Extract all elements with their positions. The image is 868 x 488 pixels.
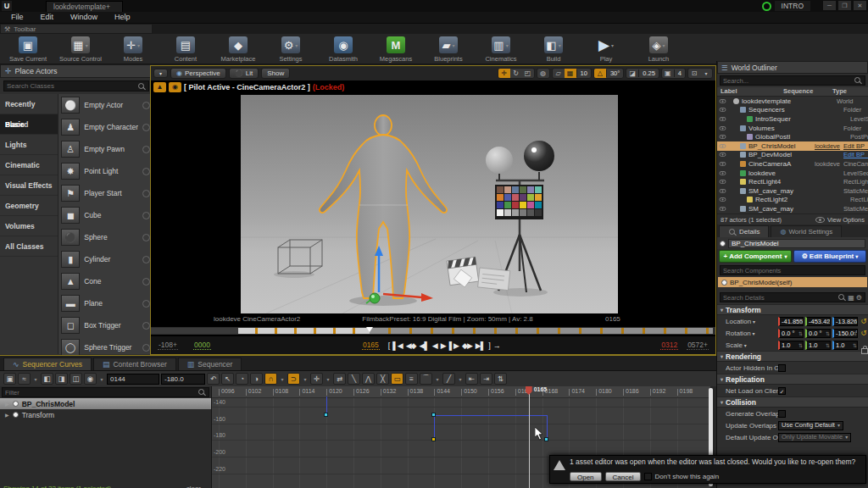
curve-toolbar-icon[interactable]: ≡ [405, 373, 418, 385]
outliner-row[interactable]: GlobalPostI PostProc [717, 132, 868, 141]
z-value-field[interactable]: 1.0 [832, 341, 858, 350]
expander-icon[interactable]: ▶ [5, 401, 9, 407]
toolbar-button[interactable]: ⚙ Settings [264, 36, 317, 63]
transport-control-icon[interactable]: → [493, 341, 500, 350]
outliner-row[interactable]: CineCameraA lookdeve CineCam [717, 159, 868, 169]
y-value-field[interactable]: 0.0 ° [805, 329, 831, 338]
curve-toolbar-icon[interactable]: ▣ [3, 373, 16, 385]
curve-toolbar-icon[interactable]: ▾ [32, 373, 39, 385]
curve-toolbar-icon[interactable]: ⇄ [333, 373, 346, 385]
chevron-down-icon[interactable]: ▾ [700, 68, 712, 79]
visibility-eye-icon[interactable] [720, 117, 726, 121]
tab-world-settings[interactable]: ◍World Settings [771, 225, 842, 237]
actor-list-item[interactable]: ▮ Cylinder [58, 248, 153, 270]
category-item[interactable]: All Classes [0, 236, 58, 257]
toolbar-tab[interactable]: ⚒ Toolbar [0, 24, 153, 34]
curve-toolbar-icon[interactable]: ◧ [41, 373, 53, 385]
keyframe[interactable] [324, 413, 328, 417]
lit-button[interactable]: ⚫Lit [229, 68, 259, 79]
visibility-eye-icon[interactable] [720, 180, 726, 184]
perspective-button[interactable]: ◉Perspective [170, 68, 226, 79]
outliner-row[interactable]: SM_cave_may StaticMe [717, 186, 868, 196]
current-time-field[interactable] [107, 374, 159, 385]
toolbar-button[interactable]: ▰ Blueprints [422, 36, 475, 63]
place-actors-header[interactable]: ✛ Place Actors [0, 64, 153, 78]
transport-control-icon[interactable]: ▌▶ [449, 341, 459, 350]
add-component-button[interactable]: + Add Component▾ [719, 250, 792, 263]
toolbar-button[interactable]: ◆ Marketplace [212, 36, 264, 63]
outliner-row[interactable]: lookdeve LevelSeq [717, 169, 868, 178]
menu-item[interactable]: File [3, 12, 31, 23]
curve-toolbar-icon[interactable]: ▾ [302, 373, 309, 385]
keyframe[interactable] [431, 413, 436, 417]
curve-toolbar-icon[interactable]: ▾ [434, 373, 441, 385]
toolbar-button[interactable]: ▤ Content [159, 36, 212, 63]
sequencer-filter[interactable] [2, 387, 209, 397]
transport-control-icon[interactable]: ▌◀ [392, 341, 402, 350]
x-value-field[interactable]: 0.0 ° [778, 329, 804, 338]
visibility-eye-icon[interactable] [720, 171, 726, 175]
curve-toolbar-icon[interactable]: ╲ [348, 373, 360, 385]
world-space-icon[interactable]: ◍ [537, 68, 549, 79]
move-tool-icon[interactable]: ✛ [498, 68, 510, 79]
transport-control-icon[interactable]: ◀◆ [406, 341, 416, 350]
sequencer-track-row[interactable]: ▶ BP_ChrisModel [0, 398, 211, 409]
tab-details[interactable]: Details [719, 225, 769, 237]
outliner-row[interactable]: BP_ChrisModel lookdeve Edit BP_ [717, 141, 868, 151]
working-range-end[interactable]: 0572+ [687, 341, 709, 350]
toolbar-button[interactable]: ▶ Play [580, 36, 632, 63]
category-item[interactable]: Volumes [0, 216, 58, 236]
actor-list-item[interactable]: ♙ Empty Pawn [58, 138, 153, 160]
scrubber-playhead[interactable] [366, 327, 373, 332]
curve-toolbar-icon[interactable]: ◑ [250, 373, 263, 385]
dont-show-checkbox[interactable] [644, 473, 652, 480]
category-item[interactable]: Basic [0, 114, 58, 135]
category-item[interactable]: Recently Placed [0, 94, 58, 114]
actor-list-item[interactable]: ⚫ Sphere [58, 226, 153, 248]
category-item[interactable]: Lights [0, 135, 58, 155]
actor-list-item[interactable]: ✸ Point Light [58, 160, 153, 182]
outliner-row[interactable]: RectLight2 RectLigh [717, 196, 868, 205]
visibility-eye-icon[interactable] [720, 197, 726, 202]
expander-icon[interactable]: ▶ [5, 412, 9, 418]
curve-toolbar-icon[interactable]: ◉ [84, 373, 97, 385]
curve-toolbar-icon[interactable]: ╳ [376, 373, 389, 385]
cancel-button[interactable]: Cancel [605, 472, 642, 481]
components-search[interactable] [720, 265, 865, 275]
curve-toolbar-icon[interactable]: ≈ [18, 373, 31, 385]
category-item[interactable]: Cinematic [0, 155, 58, 175]
toolbar-button[interactable]: ◈ Launch [632, 36, 685, 63]
surface-snap-icon[interactable]: ▱ [553, 68, 565, 79]
camera-speed-icon[interactable]: ▣ [662, 68, 674, 79]
outliner-search[interactable] [720, 75, 865, 86]
actor-list-item[interactable]: ♟ Empty Character [58, 116, 153, 138]
open-button[interactable]: Open [570, 472, 602, 481]
column-sequence[interactable]: Sequence [780, 87, 829, 96]
playback-range-end[interactable]: 0312 [660, 341, 678, 350]
level-tab[interactable]: lookdevtemplate+ [46, 1, 123, 12]
eject-pilot-icon[interactable]: ▲ [153, 82, 166, 92]
visibility-eye-icon[interactable] [720, 189, 726, 193]
hidden-in-game-checkbox[interactable] [778, 364, 786, 372]
filter-input[interactable] [5, 389, 198, 396]
toolbar-button[interactable]: M Megascans [370, 36, 422, 63]
timeline-scrubber[interactable] [151, 327, 715, 335]
visibility-eye-icon[interactable] [720, 126, 726, 130]
world-outliner-tab[interactable]: ☰ World Outliner [717, 61, 868, 74]
outliner-row[interactable]: lookdevtemplate World [717, 97, 868, 106]
generate-overlap-checkbox[interactable] [778, 410, 786, 418]
visibility-eye-icon[interactable] [720, 108, 726, 112]
curve-toolbar-icon[interactable]: ↶ [207, 373, 220, 385]
outliner-row[interactable]: Sequencers Folder [717, 106, 868, 115]
z-value-field[interactable]: -150.0 ° [832, 329, 858, 338]
transport-control-icon[interactable]: ▶ [441, 341, 446, 350]
curve-toolbar-icon[interactable]: ∩ [264, 373, 277, 385]
visibility-eye-icon[interactable] [720, 135, 726, 139]
transport-control-icon[interactable]: ▶▌ [476, 341, 485, 350]
outliner-row[interactable]: BP_DevModel Edit BP_ [717, 151, 868, 160]
view-options-button[interactable]: View Options [815, 216, 865, 224]
close-button[interactable]: ✕ [854, 1, 866, 10]
outliner-row[interactable]: Volumes Folder [717, 124, 868, 133]
clear-filter-link[interactable]: clear [186, 485, 201, 488]
menu-item[interactable]: Window [63, 12, 105, 23]
